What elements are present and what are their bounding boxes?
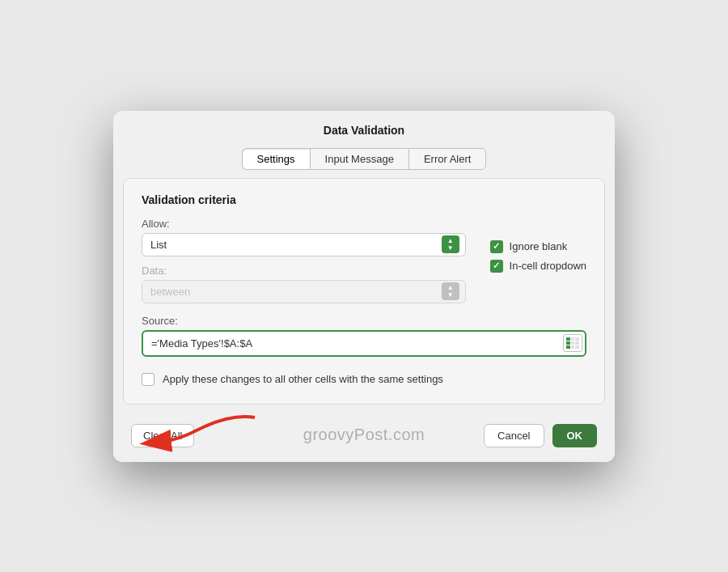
dialog-title: Data Validation [113, 111, 615, 145]
source-input-wrapper [142, 330, 586, 357]
incell-dropdown-checkbox[interactable]: ✓ [490, 260, 503, 273]
grid-cell-6 [575, 341, 579, 345]
ignore-blank-checkmark: ✓ [493, 242, 500, 251]
source-range-button[interactable] [563, 334, 582, 352]
source-input[interactable] [142, 330, 586, 357]
data-validation-dialog: Data Validation Settings Input Message E… [113, 111, 615, 462]
dialog-wrapper: Data Validation Settings Input Message E… [113, 111, 615, 462]
tab-error-alert[interactable]: Error Alert [408, 148, 487, 170]
footer-right-buttons: Cancel OK [484, 424, 597, 447]
clear-all-button[interactable]: Clear All [131, 424, 194, 447]
apply-section: Apply these changes to all other cells w… [142, 373, 586, 386]
tab-settings[interactable]: Settings [242, 148, 310, 170]
form-main-row: Allow: List ▲ ▼ [142, 218, 586, 303]
apply-label: Apply these changes to all other cells w… [163, 373, 443, 385]
incell-dropdown-label: In-cell dropdown [510, 260, 586, 272]
grid-cell-5 [571, 341, 575, 345]
grid-cell-8 [571, 345, 575, 349]
data-label: Data: [142, 265, 466, 277]
incell-dropdown-checkbox-row[interactable]: ✓ In-cell dropdown [490, 260, 586, 273]
form-right: ✓ Ignore blank ✓ In-cell dropdown [490, 218, 586, 273]
allow-label: Allow: [142, 218, 466, 230]
section-title: Validation criteria [142, 193, 586, 206]
allow-select-wrapper: List ▲ ▼ [142, 233, 466, 256]
grid-cell-3 [575, 337, 579, 341]
data-select-wrapper: between ▲ ▼ [142, 280, 466, 303]
source-label: Source: [142, 315, 586, 327]
grid-cell-4 [566, 341, 570, 345]
dialog-body: Validation criteria Allow: List ▲ ▼ [123, 178, 605, 405]
source-section: Source: [142, 315, 586, 357]
ignore-blank-label: Ignore blank [510, 240, 568, 252]
ignore-blank-checkbox[interactable]: ✓ [490, 240, 503, 253]
title-text: Data Validation [324, 124, 404, 137]
allow-select[interactable]: List [142, 233, 466, 256]
ignore-blank-checkbox-row[interactable]: ✓ Ignore blank [490, 240, 586, 253]
dialog-footer: Clear All Cancel OK [113, 414, 615, 462]
apply-checkbox[interactable] [142, 373, 154, 386]
tab-input-message[interactable]: Input Message [310, 148, 408, 170]
ok-button[interactable]: OK [552, 424, 598, 447]
grid-cell-1 [566, 337, 570, 341]
grid-cell-7 [566, 345, 570, 349]
data-select[interactable]: between [142, 280, 466, 303]
form-left: Allow: List ▲ ▼ [142, 218, 466, 303]
incell-dropdown-checkmark: ✓ [493, 261, 500, 270]
grid-cell-2 [571, 337, 575, 341]
cancel-button[interactable]: Cancel [484, 424, 544, 447]
grid-cell-9 [575, 345, 579, 349]
range-icon [566, 337, 579, 349]
tabs-container: Settings Input Message Error Alert [113, 145, 615, 178]
